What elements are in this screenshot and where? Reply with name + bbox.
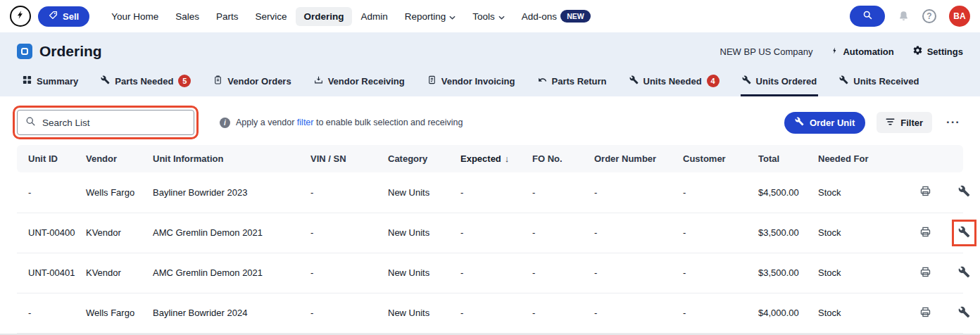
cell-needed-for: Stock — [812, 293, 891, 333]
cell-needed-for: Stock — [812, 253, 891, 293]
tab-vendor-invoicing[interactable]: Vendor Invoicing — [426, 72, 517, 96]
table-row[interactable]: - Wells Fargo Bayliner Bowrider 2023 - N… — [17, 172, 963, 213]
cell-vendor: KVendor — [80, 253, 147, 293]
cell-order-number: - — [589, 253, 677, 293]
table-row[interactable]: UNT-00401 KVendor AMC Gremlin Demon 2021… — [17, 253, 963, 293]
column-header-needed-for[interactable]: Needed For — [812, 145, 891, 172]
company-name: NEW BP US Company — [720, 46, 813, 57]
cell-category: New Units — [382, 172, 455, 213]
print-button[interactable] — [918, 184, 933, 201]
invoice-document-icon — [427, 75, 436, 87]
printer-icon — [919, 189, 931, 199]
cell-category: New Units — [382, 213, 455, 253]
cell-customer: - — [677, 213, 753, 253]
filter-button[interactable]: Filter — [877, 112, 932, 133]
units-table-body: - Wells Fargo Bayliner Bowrider 2023 - N… — [17, 172, 963, 333]
column-header-vendor[interactable]: Vendor — [80, 145, 147, 172]
cell-total: $4,500.00 — [753, 172, 812, 213]
print-button[interactable] — [918, 225, 933, 241]
tab-vendor-orders[interactable]: Vendor Orders — [212, 72, 292, 96]
wrench-user-icon — [958, 189, 970, 199]
cell-vin-sn: - — [305, 213, 382, 253]
more-options-button[interactable]: ··· — [943, 115, 963, 129]
nav-item-tools[interactable]: Tools — [465, 7, 513, 26]
receive-box-icon — [314, 75, 323, 87]
nav-item-reporting[interactable]: Reporting — [397, 7, 464, 26]
tab-summary[interactable]: Summary — [21, 72, 80, 96]
settings-button[interactable]: Settings — [912, 45, 963, 58]
column-header-actions — [891, 145, 963, 172]
column-header-unit-id[interactable]: Unit ID — [17, 145, 80, 172]
wrench-icon — [795, 117, 804, 128]
cell-unit-id: - — [17, 172, 80, 213]
cell-fo-no: - — [527, 253, 589, 293]
printer-icon — [919, 270, 931, 280]
column-header-fo-no[interactable]: FO No. — [527, 145, 589, 172]
chevron-down-icon — [498, 11, 505, 22]
vendor-filter-hint: i Apply a vendor filter to enable bulk s… — [220, 118, 463, 128]
column-header-vin-sn[interactable]: VIN / SN — [305, 145, 382, 172]
wrench-user-icon — [958, 270, 970, 280]
search-input[interactable] — [42, 118, 186, 128]
table-header-row: Unit ID Vendor Unit Information VIN / SN… — [17, 145, 963, 172]
cell-vendor: Wells Fargo — [80, 293, 147, 333]
order-unit-button[interactable]: Order Unit — [784, 112, 865, 134]
cell-unit-id: UNT-00401 — [17, 253, 80, 293]
work-order-button[interactable] — [957, 184, 972, 201]
nav-item-sales[interactable]: Sales — [168, 7, 207, 26]
cell-fo-no: - — [527, 293, 589, 333]
cell-unit-information: AMC Gremlin Demon 2021 — [147, 253, 305, 293]
notifications-bell-icon[interactable] — [898, 10, 910, 23]
cell-unit-information: AMC Gremlin Demon 2021 — [147, 213, 305, 253]
tab-parts-needed[interactable]: Parts Needed 5 — [99, 72, 192, 96]
help-icon[interactable]: ? — [922, 9, 936, 23]
print-button[interactable] — [918, 305, 933, 322]
cell-vin-sn: - — [305, 293, 382, 333]
sell-button[interactable]: Sell — [38, 6, 89, 27]
cell-customer: - — [677, 293, 753, 333]
column-header-customer[interactable]: Customer — [677, 145, 753, 172]
filter-lines-icon — [886, 118, 895, 128]
ordering-module-icon — [17, 44, 32, 59]
tab-units-ordered[interactable]: Units Ordered — [741, 72, 819, 96]
filter-link[interactable]: filter — [297, 118, 314, 127]
work-order-button[interactable] — [957, 225, 972, 241]
table-row[interactable]: UNT-00400 KVendor AMC Gremlin Demon 2021… — [17, 213, 963, 253]
column-header-unit-information[interactable]: Unit Information — [147, 145, 305, 172]
wrench-icon — [742, 75, 751, 87]
cell-order-number: - — [589, 293, 677, 333]
nav-item-admin[interactable]: Admin — [353, 7, 396, 26]
cell-total: $3,500.00 — [753, 213, 812, 253]
cell-unit-information: Bayliner Bowrider 2024 — [147, 293, 305, 333]
print-button[interactable] — [918, 265, 933, 282]
work-order-button[interactable] — [957, 305, 972, 322]
user-avatar[interactable]: BA — [949, 6, 970, 27]
automation-button[interactable]: Automation — [831, 46, 893, 58]
column-header-category[interactable]: Category — [382, 145, 455, 172]
nav-item-your-home[interactable]: Your Home — [103, 7, 166, 26]
tab-units-received[interactable]: Units Received — [838, 72, 920, 96]
printer-icon — [919, 310, 931, 320]
work-order-button[interactable] — [957, 265, 972, 282]
cell-needed-for: Stock — [812, 213, 891, 253]
column-header-total[interactable]: Total — [753, 145, 812, 172]
global-search-button[interactable] — [850, 6, 885, 27]
column-header-order-number[interactable]: Order Number — [589, 145, 677, 172]
nav-item-ordering[interactable]: Ordering — [296, 7, 351, 26]
table-row[interactable]: - Wells Fargo Bayliner Bowrider 2024 - N… — [17, 293, 963, 333]
tab-units-needed[interactable]: Units Needed 4 — [628, 72, 721, 96]
app-logo — [10, 6, 31, 27]
return-arrow-icon — [538, 75, 547, 87]
clipboard-icon — [213, 75, 222, 87]
tab-vendor-receiving[interactable]: Vendor Receiving — [313, 72, 406, 96]
tab-parts-return[interactable]: Parts Return — [536, 72, 608, 96]
cell-category: New Units — [382, 293, 455, 333]
main-nav: Your Home Sales Parts Service Ordering A… — [103, 6, 598, 27]
nav-item-service[interactable]: Service — [247, 7, 294, 26]
nav-item-parts[interactable]: Parts — [208, 7, 246, 26]
printer-icon — [919, 229, 931, 240]
cell-expected: - — [455, 213, 527, 253]
lightning-logo-icon — [15, 10, 25, 23]
nav-item-add-ons[interactable]: Add-ons NEW — [514, 6, 598, 27]
column-header-expected[interactable]: Expected↓ — [455, 145, 527, 172]
